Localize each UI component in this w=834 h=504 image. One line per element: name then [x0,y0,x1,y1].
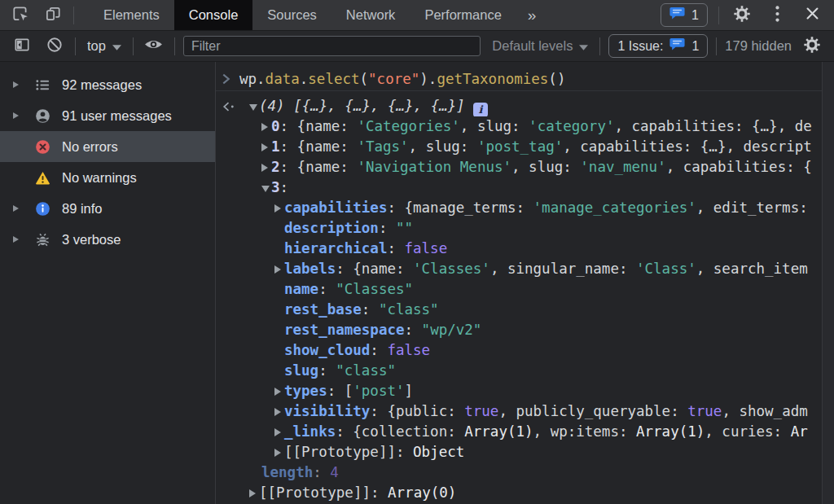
sidebar-item-no-warnings[interactable]: No warnings [0,162,215,193]
toggle-device-toolbar-button[interactable] [41,4,65,27]
sidebar-item-messages[interactable]: 92 messages [0,69,215,100]
console-token: 'category' [529,118,614,134]
device-toolbar-icon [44,5,62,26]
messages-count: 1 [691,8,699,23]
console-token: 'nav_menu' [580,159,665,175]
console-token: visibility [284,403,370,419]
expand-triangle-icon[interactable] [261,143,268,151]
expand-triangle-icon[interactable] [13,112,19,119]
console-token: _links [284,423,336,440]
tab-elements[interactable]: Elements [89,0,174,30]
console-token: ] [405,383,414,399]
gear-icon [733,5,751,26]
console-token: : [313,464,330,480]
sidebar-item-info[interactable]: 89 info [0,193,215,224]
sidebar-item-user-messages[interactable]: 91 user messages [0,100,215,131]
console-row: visibility: {public: true, publicly_quer… [216,401,822,422]
console-token: : {manage_terms: [387,199,533,216]
console-token: true [687,403,722,419]
caret-down-icon [579,38,588,54]
expand-triangle-icon[interactable] [274,204,281,213]
log-levels-dropdown[interactable]: Default levels [489,37,591,55]
console-token: rest_namespace [284,322,405,338]
console-token: : [318,281,336,297]
more-tabs-button[interactable]: » [516,0,548,30]
expand-triangle-icon[interactable] [274,265,281,274]
tab-sources[interactable]: Sources [252,0,331,30]
tab-network[interactable]: Network [331,0,410,30]
devtools-window: ElementsConsoleSourcesNetworkPerformance… [0,0,834,504]
expand-triangle-icon[interactable] [274,428,281,436]
chat-bubble-icon [669,37,685,55]
console-token: false [405,240,448,256]
console-row: labels: {name: 'Classes', singular_name:… [216,259,822,279]
tabbar-left-icons [0,0,79,30]
prompt-icon [222,72,230,85]
bug-icon [34,231,50,248]
console-token: "wp/v2" [422,322,482,338]
expand-triangle-icon[interactable] [261,164,268,172]
toggle-console-sidebar-button[interactable] [10,35,34,58]
expand-triangle-icon[interactable] [13,81,19,88]
console-token: Array(0) [388,484,456,501]
console-token: , show_adm [722,403,807,419]
expand-triangle-icon[interactable] [13,236,19,243]
sidebar-item-verbose[interactable]: 3 verbose [0,224,215,255]
javascript-context-dropdown[interactable]: top [84,37,125,55]
separator [718,7,719,24]
scrollbar[interactable] [822,62,834,504]
console-token: "class" [379,301,439,318]
filter-input[interactable] [183,36,481,56]
clear-console-button[interactable] [42,35,67,58]
console-messages-pane: wp.data.select("core").getTaxonomies()(4… [216,62,822,504]
sidebar-item-no-errors[interactable]: No errors [0,131,215,162]
console-token: 0 [271,118,280,134]
expand-triangle-icon[interactable] [261,123,268,131]
expand-triangle-icon[interactable] [13,205,19,212]
console-token: false [387,342,430,358]
console-token: name [284,281,318,297]
expand-triangle-icon[interactable] [274,408,281,416]
close-devtools-button[interactable] [800,4,824,27]
console-token: : [362,301,379,318]
console-row: rest_namespace: "wp/v2" [216,320,822,340]
settings-button[interactable] [730,4,754,27]
issues-button[interactable]: 1 Issue: 1 [608,34,708,58]
console-row: 0: {name: 'Categories', slug: 'category'… [216,116,822,137]
expand-triangle-icon[interactable] [274,388,281,396]
console-token: : [370,342,387,358]
clear-console-icon [46,36,64,57]
console-token: , capabilities: {…}, descript [563,138,812,155]
console-token: , singular_name: [490,261,636,277]
console-token: Ar [791,423,808,440]
console-command-row: wp.data.select("core").getTaxonomies() [216,67,822,91]
console-sidebar: 92 messages91 user messagesNo errorsNo w… [0,62,216,504]
inspect-element-button[interactable] [8,4,33,27]
console-row: name: "Classes" [216,279,822,300]
console-token: "class" [336,362,396,379]
more-dots-icon [775,6,779,25]
collapse-triangle-icon[interactable] [249,104,257,111]
separator [73,7,74,24]
console-settings-button[interactable] [800,35,824,58]
collapse-triangle-icon[interactable] [261,186,270,192]
expand-triangle-icon[interactable] [274,449,281,457]
customize-devtools-button[interactable] [765,4,789,27]
console-token: : {public: [370,403,464,419]
console-insights-badge[interactable]: i [473,103,488,117]
console-token: : {collection: [336,423,464,440]
console-messages-button[interactable]: 1 [661,3,708,27]
expand-triangle-icon[interactable] [249,489,256,497]
create-live-expression-button[interactable] [142,35,166,58]
console-token: length [261,464,313,480]
tab-console[interactable]: Console [174,0,253,30]
return-icon [222,101,235,112]
console-body: 92 messages91 user messagesNo errorsNo w… [0,62,834,504]
console-token: show_cloud [284,342,370,358]
console-row: slug: "class" [216,361,822,381]
console-token: slug [284,362,318,379]
tab-performance[interactable]: Performance [410,0,516,30]
issues-count: 1 [691,39,699,54]
gear-icon [803,36,821,57]
console-token: . [300,71,309,87]
